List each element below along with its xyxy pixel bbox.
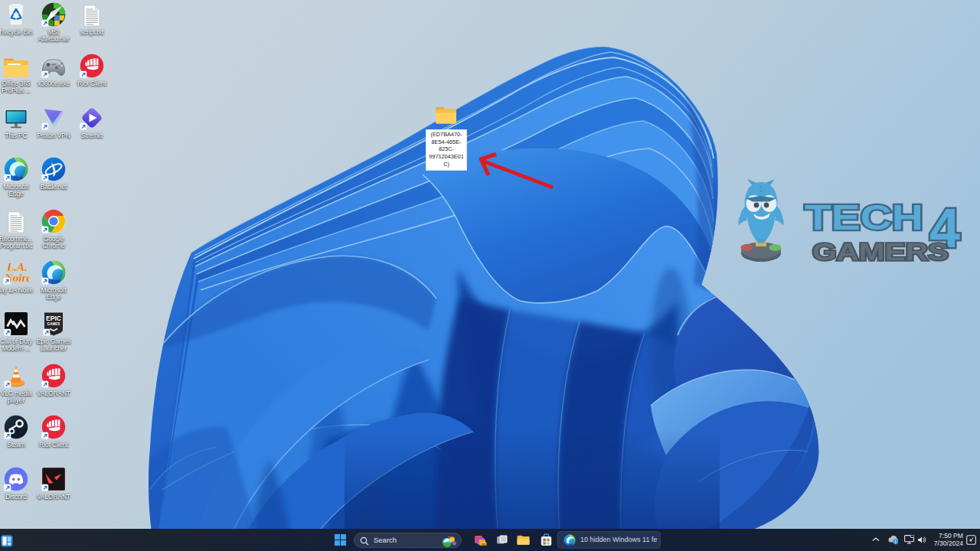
svg-text:GAMES: GAMES — [47, 322, 60, 326]
svg-text:GAMERS: GAMERS — [812, 239, 949, 266]
svg-text:TECH: TECH — [805, 197, 923, 237]
svg-text:EPIC: EPIC — [46, 315, 61, 322]
svg-text:PBI: PBI — [482, 543, 486, 546]
